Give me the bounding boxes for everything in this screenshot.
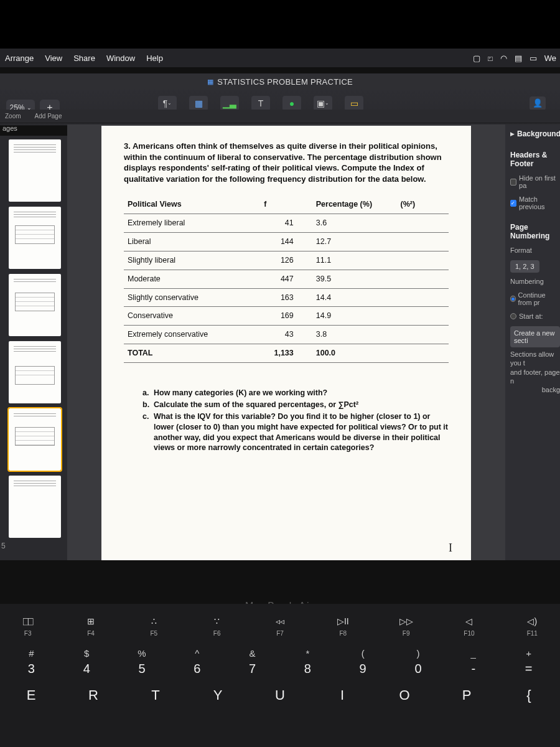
- format-label: Format: [510, 247, 560, 254]
- fkey-launchpad: ⊞F4: [71, 616, 111, 637]
- flag-icon: ▤: [515, 54, 522, 63]
- hide-first-page-checkbox[interactable]: Hide on first pa: [510, 174, 560, 189]
- question-text: What is the IQV for this variable? Do yo…: [154, 411, 449, 454]
- total-pct: 100.0: [312, 344, 397, 363]
- kbd-dim-icon: ∴: [151, 616, 157, 626]
- doc-icon: ▦: [207, 78, 213, 86]
- radio-selected-icon: [510, 296, 516, 302]
- menu-window[interactable]: Window: [106, 54, 135, 63]
- letter-key: {: [510, 687, 548, 703]
- table-cell: 144: [260, 232, 312, 251]
- disclosure-triangle-icon: ▶: [510, 131, 515, 137]
- page-thumb[interactable]: [9, 476, 61, 538]
- pages-sidebar[interactable]: [0, 136, 67, 560]
- table-cell: 43: [260, 326, 312, 344]
- table-cell: Liberal: [124, 232, 260, 251]
- letter-key: T: [137, 687, 174, 703]
- col-header: f: [260, 195, 312, 214]
- page-thumb[interactable]: [9, 139, 61, 202]
- text-cursor: I: [449, 540, 452, 555]
- mission-control-icon: ⎕⎕: [23, 616, 33, 626]
- table-cell: 169: [260, 307, 312, 326]
- letter-key: E: [12, 687, 50, 703]
- camera-icon: ▢: [473, 54, 480, 63]
- vol-down-icon: ◁): [527, 616, 537, 626]
- format-inspector: ▶ Background Headers & Footer Hide on fi…: [505, 125, 560, 560]
- table-cell: 14.4: [312, 288, 397, 307]
- format-dropdown[interactable]: 1, 2, 3: [510, 260, 539, 273]
- table-cell: Extremely liberal: [124, 214, 260, 233]
- chart-icon: ▁▃: [220, 96, 239, 111]
- menu-share[interactable]: Share: [73, 54, 95, 63]
- table-cell: 3.8: [312, 326, 397, 344]
- num-key: &7: [233, 648, 271, 676]
- screen-mirror-icon[interactable]: ⏍: [488, 54, 493, 63]
- headers-footers-heading: Headers & Footer: [510, 151, 560, 168]
- fkey-mission-control: ⎕⎕F3: [8, 616, 48, 637]
- total-f: 1,133: [260, 344, 312, 363]
- page-thumb[interactable]: [9, 341, 61, 403]
- letter-key: O: [386, 687, 423, 703]
- create-section-button[interactable]: Create a new secti: [510, 326, 560, 347]
- numbering-label: Numbering: [510, 278, 560, 285]
- continue-radio[interactable]: Continue from pr: [510, 291, 560, 306]
- letter-key: P: [448, 687, 485, 703]
- table-cell: Moderate: [124, 270, 260, 288]
- add-page-label: Add Page: [35, 113, 62, 120]
- launchpad-icon: ⊞: [87, 616, 95, 626]
- num-key: *8: [289, 648, 327, 676]
- document-page[interactable]: 3. Americans often think of themselves a…: [101, 126, 471, 560]
- physical-keyboard: ⎕⎕F3⊞F4∴F5∵F6◃◃F7▷IIF8▷▷F9◁F10◁)F11 #3$4…: [0, 604, 560, 747]
- mac-status-area: ▢ ⏍ ◠ ▤ ▭ We: [473, 49, 556, 67]
- page-thumb[interactable]: [9, 207, 61, 269]
- table-cell: Slightly conservative: [124, 288, 260, 307]
- match-previous-checkbox[interactable]: ✓ Match previous: [510, 195, 560, 210]
- document-title: STATISTICS PROBLEM PRACTICE: [217, 77, 353, 87]
- fkey-kbd-dim: ∴F5: [134, 616, 174, 637]
- collaborate-icon: 👤: [530, 96, 546, 110]
- col-header: Percentage (%): [312, 195, 397, 214]
- data-table: Political Views f Percentage (%) (%²) Ex…: [124, 195, 449, 363]
- question-label: a.: [142, 388, 154, 398]
- table-cell: 14.9: [312, 307, 397, 326]
- pages-panel-label: ages: [2, 125, 17, 132]
- num-key: )0: [399, 648, 437, 676]
- page-thumb[interactable]: [9, 274, 61, 336]
- question-label: c.: [142, 411, 154, 454]
- table-cell: Conservative: [124, 307, 260, 326]
- section-help-text: Sections allow you t and footer, page n …: [510, 350, 560, 394]
- page-thumb-selected[interactable]: [9, 408, 61, 471]
- paragraph-icon: ¶⌄: [158, 96, 177, 111]
- table-cell: 39.5: [312, 270, 397, 288]
- num-key: #3: [12, 648, 50, 676]
- page-numbering-heading: Page Numbering: [510, 223, 560, 240]
- table-cell: Slightly liberal: [124, 251, 260, 270]
- radio-icon: [510, 313, 516, 319]
- comment-icon: ▭: [345, 96, 363, 111]
- zoom-label: Zoom: [5, 113, 21, 120]
- menu-view[interactable]: View: [45, 54, 62, 63]
- table-cell: Extremely conservative: [124, 326, 260, 344]
- fkey-vol-down: ◁)F11: [512, 616, 552, 637]
- prev-track-icon: ◃◃: [276, 616, 284, 626]
- start-at-radio[interactable]: Start at:: [510, 312, 560, 320]
- table-cell: 41: [260, 214, 312, 233]
- checkbox-icon: [510, 179, 516, 186]
- letter-key: U: [261, 687, 299, 703]
- total-label: TOTAL: [124, 344, 260, 363]
- wifi-icon[interactable]: ◠: [500, 54, 507, 63]
- play-pause-icon: ▷II: [337, 616, 349, 626]
- background-disclosure[interactable]: ▶ Background: [510, 129, 560, 138]
- clock-partial: We: [544, 54, 556, 63]
- fkey-next-track: ▷▷F9: [386, 616, 426, 637]
- col-header: (%²): [396, 195, 449, 214]
- num-key: ^6: [178, 648, 216, 676]
- shape-icon: ●: [282, 96, 301, 111]
- table-cell: 126: [260, 251, 312, 270]
- question-list: a.How many categories (K) are we working…: [124, 388, 449, 453]
- menu-arrange[interactable]: Arrange: [5, 54, 34, 63]
- window-titlebar: ▦ STATISTICS PROBLEM PRACTICE: [0, 73, 560, 90]
- document-canvas[interactable]: 3. Americans often think of themselves a…: [67, 125, 505, 560]
- fkey-mute: ◁F10: [449, 616, 489, 637]
- menu-help[interactable]: Help: [146, 54, 163, 63]
